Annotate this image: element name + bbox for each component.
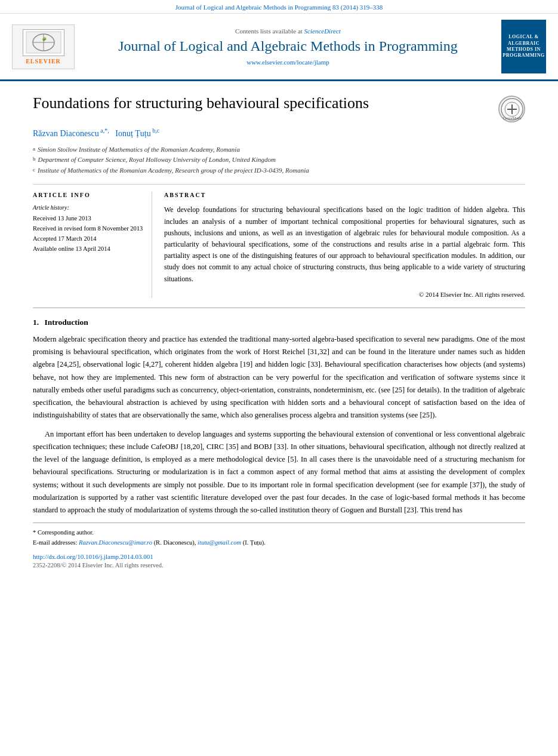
article-body: ARTICLE INFO Article history: Received 1… — [33, 184, 525, 297]
abstract-text: We develop foundations for structuring b… — [164, 204, 525, 284]
email-1-name: (R. Diaconescu), — [154, 539, 196, 546]
authors-line: Răzvan Diaconescu a,*, Ionuț Țuțu b,c — [33, 127, 525, 139]
intro-paragraph-2: An important effort has been undertaken … — [33, 428, 525, 517]
issn-line: 2352-2208/© 2014 Elsevier Inc. All right… — [33, 562, 525, 568]
received-1: Received 13 June 2013 — [33, 214, 143, 224]
affil-a: a Simion Stoilow Institute of Mathematic… — [33, 145, 525, 155]
footnote-area: * Corresponding author. E-mail addresses… — [33, 523, 525, 548]
author-2-name: Ionuț Țuțu — [115, 129, 151, 138]
abstract-section: ABSTRACT We develop foundations for stru… — [164, 192, 525, 297]
abstract-heading: ABSTRACT — [164, 192, 525, 198]
history-label: Article history: — [33, 204, 143, 211]
author-2-sup: b,c — [151, 127, 159, 134]
journal-url[interactable]: www.elsevier.com/locate/jlamp — [82, 59, 494, 66]
author-1-name: Răzvan Diaconescu — [33, 129, 99, 138]
author-1-sup: a,*, — [99, 127, 109, 134]
paper-content: CrossMark Foundations for structuring be… — [0, 81, 558, 580]
email-label: E-mail addresses: — [33, 539, 77, 546]
email-2-name: (I. Țuțu). — [243, 539, 266, 546]
email-1[interactable]: Razvan.Diaconescu@imar.ro — [79, 539, 152, 546]
intro-paragraph-1: Modern algebraic specification theory an… — [33, 333, 525, 422]
affil-c: c Institute of Mathematics of the Romani… — [33, 165, 525, 176]
paper-title: Foundations for structuring behavioural … — [33, 93, 525, 113]
journal-citation: Journal of Logical and Algebraic Methods… — [175, 4, 383, 11]
journal-header: 🌳 ELSEVIER Contents lists available at S… — [0, 14, 558, 81]
footnote-emails: E-mail addresses: Razvan.Diaconescu@imar… — [33, 538, 525, 548]
email-2[interactable]: itutu@gmail.com — [198, 539, 241, 546]
article-info-heading: ARTICLE INFO — [33, 192, 143, 198]
top-bar: Journal of Logical and Algebraic Methods… — [0, 0, 558, 14]
contents-line: Contents lists available at ScienceDirec… — [82, 27, 494, 35]
journal-title-large: Journal of Logical and Algebraic Methods… — [82, 37, 494, 56]
sciencedirect-link[interactable]: ScienceDirect — [304, 27, 341, 35]
corresponding-label: * Corresponding author. — [33, 528, 525, 538]
doi-line[interactable]: http://dx.doi.org/10.1016/j.jlamp.2014.0… — [33, 553, 525, 560]
section-divider-1 — [33, 308, 525, 308]
intro-section: 1. Introduction Modern algebraic specifi… — [33, 318, 525, 517]
accepted: Accepted 17 March 2014 — [33, 234, 143, 244]
affil-b: b Department of Computer Science, Royal … — [33, 155, 525, 165]
section-heading-intro: 1. Introduction — [33, 318, 525, 327]
available-online: Available online 13 April 2014 — [33, 244, 143, 254]
journal-header-center: Contents lists available at ScienceDirec… — [82, 27, 494, 65]
section-number: 1. — [33, 318, 39, 327]
elsevier-logo-left: 🌳 ELSEVIER — [12, 24, 75, 69]
svg-text:CrossMark: CrossMark — [502, 116, 522, 121]
elsevier-text: ELSEVIER — [26, 58, 61, 64]
copyright-line: © 2014 Elsevier Inc. All rights reserved… — [164, 291, 525, 298]
article-info: ARTICLE INFO Article history: Received 1… — [33, 192, 152, 297]
section-title: Introduction — [45, 318, 88, 327]
right-logo-text: LOGICAL & ALGEBRAIC METHODS IN PROGRAMMI… — [502, 34, 544, 59]
journal-logo-right: LOGICAL & ALGEBRAIC METHODS IN PROGRAMMI… — [501, 20, 546, 73]
crossmark[interactable]: CrossMark — [498, 96, 525, 122]
received-revised: Received in revised form 8 November 2013 — [33, 224, 143, 234]
affiliations: a Simion Stoilow Institute of Mathematic… — [33, 145, 525, 176]
